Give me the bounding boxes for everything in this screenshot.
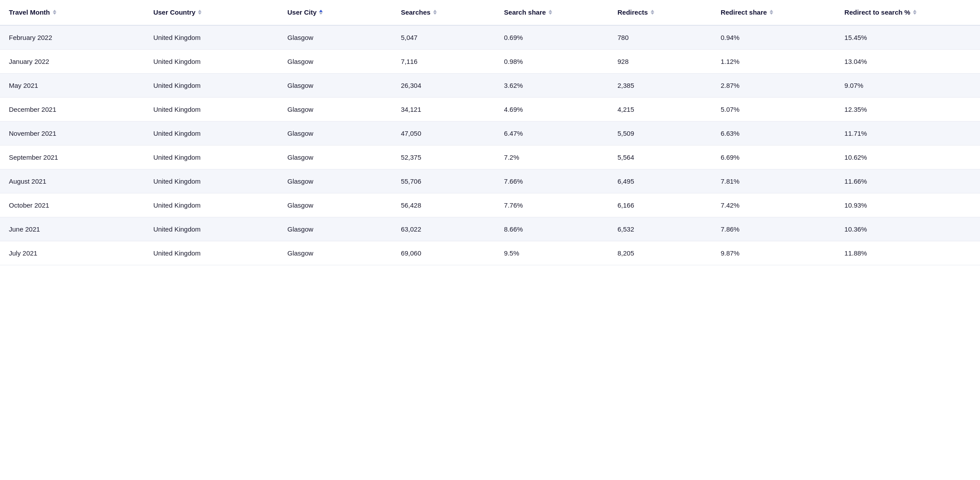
sort-icons-search-share xyxy=(549,10,552,15)
cell-searches: 5,047 xyxy=(392,25,495,50)
table-body: February 2022United KingdomGlasgow5,0470… xyxy=(0,25,980,265)
data-table: Travel Month User Country xyxy=(0,0,980,265)
cell-searches: 55,706 xyxy=(392,169,495,193)
cell-redirects: 928 xyxy=(609,49,711,73)
cell-user_country: United Kingdom xyxy=(144,73,278,97)
sort-up-icon xyxy=(549,10,552,12)
cell-search_share: 3.62% xyxy=(495,73,609,97)
cell-searches: 47,050 xyxy=(392,121,495,145)
cell-search_share: 9.5% xyxy=(495,241,609,265)
cell-user_city: Glasgow xyxy=(279,169,392,193)
cell-travel_month: December 2021 xyxy=(0,97,144,121)
sort-icons-redirect-share xyxy=(770,10,773,15)
cell-redirect_to_search: 10.62% xyxy=(836,145,980,169)
col-header-user-country[interactable]: User Country xyxy=(144,0,278,25)
cell-redirect_share: 9.87% xyxy=(712,241,836,265)
cell-travel_month: May 2021 xyxy=(0,73,144,97)
cell-user_city: Glasgow xyxy=(279,217,392,241)
cell-redirect_share: 6.69% xyxy=(712,145,836,169)
cell-search_share: 8.66% xyxy=(495,217,609,241)
cell-redirect_to_search: 11.71% xyxy=(836,121,980,145)
cell-searches: 7,116 xyxy=(392,49,495,73)
cell-travel_month: October 2021 xyxy=(0,193,144,217)
col-header-redirect-share[interactable]: Redirect share xyxy=(712,0,836,25)
cell-redirect_share: 6.63% xyxy=(712,121,836,145)
table-row: November 2021United KingdomGlasgow47,050… xyxy=(0,121,980,145)
cell-searches: 52,375 xyxy=(392,145,495,169)
cell-user_city: Glasgow xyxy=(279,241,392,265)
cell-redirect_share: 5.07% xyxy=(712,97,836,121)
cell-searches: 63,022 xyxy=(392,217,495,241)
sort-down-icon xyxy=(53,12,56,15)
cell-redirects: 780 xyxy=(609,25,711,50)
cell-searches: 56,428 xyxy=(392,193,495,217)
table-row: June 2021United KingdomGlasgow63,0228.66… xyxy=(0,217,980,241)
cell-user_city: Glasgow xyxy=(279,49,392,73)
cell-redirect_to_search: 12.35% xyxy=(836,97,980,121)
sort-icons-travel-month xyxy=(53,10,56,15)
cell-redirects: 6,166 xyxy=(609,193,711,217)
cell-user_country: United Kingdom xyxy=(144,49,278,73)
cell-redirects: 6,495 xyxy=(609,169,711,193)
cell-redirects: 5,564 xyxy=(609,145,711,169)
data-table-container: Travel Month User Country xyxy=(0,0,980,265)
cell-user_city: Glasgow xyxy=(279,73,392,97)
sort-up-icon xyxy=(198,10,202,12)
cell-redirect_share: 1.12% xyxy=(712,49,836,73)
table-row: August 2021United KingdomGlasgow55,7067.… xyxy=(0,169,980,193)
cell-travel_month: February 2022 xyxy=(0,25,144,50)
cell-searches: 26,304 xyxy=(392,73,495,97)
sort-up-icon xyxy=(770,10,773,12)
cell-redirect_share: 7.42% xyxy=(712,193,836,217)
sort-down-icon xyxy=(433,12,437,15)
col-header-search-share[interactable]: Search share xyxy=(495,0,609,25)
cell-redirects: 6,532 xyxy=(609,217,711,241)
col-header-user-city[interactable]: User City xyxy=(279,0,392,25)
cell-search_share: 7.66% xyxy=(495,169,609,193)
cell-travel_month: November 2021 xyxy=(0,121,144,145)
cell-redirect_to_search: 10.36% xyxy=(836,217,980,241)
cell-redirect_to_search: 15.45% xyxy=(836,25,980,50)
cell-user_country: United Kingdom xyxy=(144,97,278,121)
cell-redirects: 2,385 xyxy=(609,73,711,97)
cell-travel_month: August 2021 xyxy=(0,169,144,193)
sort-icons-redirect-to-search xyxy=(913,10,917,15)
col-header-redirect-to-search[interactable]: Redirect to search % xyxy=(836,0,980,25)
table-row: September 2021United KingdomGlasgow52,37… xyxy=(0,145,980,169)
sort-up-icon xyxy=(53,10,56,12)
table-row: May 2021United KingdomGlasgow26,3043.62%… xyxy=(0,73,980,97)
cell-redirect_share: 7.86% xyxy=(712,217,836,241)
cell-redirect_share: 0.94% xyxy=(712,25,836,50)
col-header-travel-month[interactable]: Travel Month xyxy=(0,0,144,25)
cell-redirects: 4,215 xyxy=(609,97,711,121)
table-row: December 2021United KingdomGlasgow34,121… xyxy=(0,97,980,121)
cell-searches: 69,060 xyxy=(392,241,495,265)
table-header-row: Travel Month User Country xyxy=(0,0,980,25)
sort-down-icon xyxy=(770,12,773,15)
cell-searches: 34,121 xyxy=(392,97,495,121)
cell-user_country: United Kingdom xyxy=(144,241,278,265)
sort-icons-searches xyxy=(433,10,437,15)
col-header-searches[interactable]: Searches xyxy=(392,0,495,25)
col-header-redirects[interactable]: Redirects xyxy=(609,0,711,25)
cell-user_city: Glasgow xyxy=(279,25,392,50)
cell-redirect_to_search: 13.04% xyxy=(836,49,980,73)
cell-user_country: United Kingdom xyxy=(144,121,278,145)
cell-travel_month: September 2021 xyxy=(0,145,144,169)
cell-travel_month: January 2022 xyxy=(0,49,144,73)
table-row: July 2021United KingdomGlasgow69,0609.5%… xyxy=(0,241,980,265)
table-row: February 2022United KingdomGlasgow5,0470… xyxy=(0,25,980,50)
cell-travel_month: July 2021 xyxy=(0,241,144,265)
sort-down-icon xyxy=(198,12,202,15)
cell-user_country: United Kingdom xyxy=(144,25,278,50)
table-row: January 2022United KingdomGlasgow7,1160.… xyxy=(0,49,980,73)
cell-user_city: Glasgow xyxy=(279,193,392,217)
cell-search_share: 4.69% xyxy=(495,97,609,121)
table-row: October 2021United KingdomGlasgow56,4287… xyxy=(0,193,980,217)
cell-redirect_to_search: 11.88% xyxy=(836,241,980,265)
cell-redirect_share: 2.87% xyxy=(712,73,836,97)
cell-user_country: United Kingdom xyxy=(144,169,278,193)
sort-up-icon xyxy=(913,10,917,12)
sort-icons-user-country xyxy=(198,10,202,15)
cell-redirect_share: 7.81% xyxy=(712,169,836,193)
